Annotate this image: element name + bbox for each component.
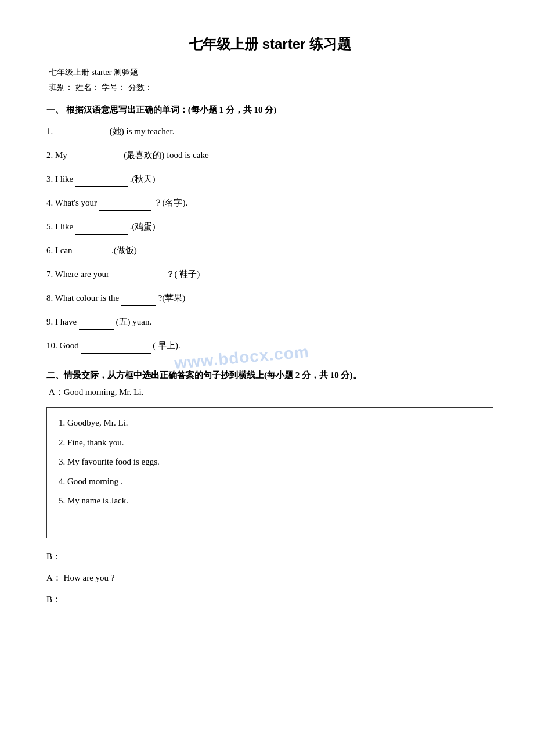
section-one-title: 一、 根据汉语意思写出正确的单词：(每小题 1 分，共 10 分) xyxy=(46,105,493,116)
dialogue-b2-blank[interactable] xyxy=(63,597,156,607)
section-one: 一、 根据汉语意思写出正确的单词：(每小题 1 分，共 10 分) 1. (她)… xyxy=(46,105,493,354)
class-info: 班别： 姓名： 学号： 分数： xyxy=(49,82,493,93)
page-title: 七年级上册 starter 练习题 xyxy=(46,35,493,53)
question-1: 1. (她) is my teacher. xyxy=(46,124,493,139)
box-item-3: 3. My favourite food is eggs. xyxy=(59,455,481,470)
dialogue-a1: A： How are you ? xyxy=(46,570,493,586)
dialogue-b2: B： xyxy=(46,592,493,607)
question-8: 8. What colour is the ?(苹果) xyxy=(46,290,493,306)
question-10: 10. Good ( 早上). xyxy=(46,338,493,354)
question-9: 9. I have (五) yuan. xyxy=(46,314,493,330)
dialogue-b1-blank[interactable] xyxy=(63,554,156,564)
q6-num: 6. I can xyxy=(46,246,74,255)
q7-blank[interactable] xyxy=(111,272,164,282)
q7-hint: ？( 鞋子) xyxy=(166,269,200,279)
answer-box: 1. Goodbye, Mr. Li. 2. Fine, thank you. … xyxy=(46,407,493,517)
section-two: 二、情景交际，从方框中选出正确答案的句子抄到横线上(每小题 2 分，共 10 分… xyxy=(46,368,493,607)
q1-num: 1. xyxy=(46,127,55,136)
dialogue-a1-speaker: A： xyxy=(46,573,62,582)
q9-blank[interactable] xyxy=(79,319,114,330)
q4-hint: ？(名字). xyxy=(154,198,188,207)
section-two-title: 二、情景交际，从方框中选出正确答案的句子抄到横线上(每小题 2 分，共 10 分… xyxy=(46,368,493,383)
q4-blank[interactable] xyxy=(99,200,151,211)
q7-num: 7. Where are your xyxy=(46,269,111,279)
q9-num: 9. I have xyxy=(46,317,79,326)
subtitle: 七年级上册 starter 测验题 xyxy=(49,67,493,78)
q4-num: 4. What's your xyxy=(46,198,99,207)
q8-hint: ?(苹果) xyxy=(158,293,186,303)
question-2: 2. My (最喜欢的) food is cake xyxy=(46,147,493,163)
q8-blank[interactable] xyxy=(121,296,156,306)
q1-hint: (她) is my teacher. xyxy=(110,127,175,136)
q10-num: 10. Good xyxy=(46,341,81,350)
q2-hint: (最喜欢的) food is cake xyxy=(124,150,208,160)
good-morning-line: A：Good morning, Mr. Li. xyxy=(49,387,493,398)
q10-hint: ( 早上). xyxy=(153,341,181,350)
empty-answer-area xyxy=(46,517,493,538)
question-3: 3. I like .(秋天) xyxy=(46,171,493,187)
q10-blank[interactable] xyxy=(81,343,151,354)
box-item-1: 1. Goodbye, Mr. Li. xyxy=(59,416,481,431)
question-5: 5. I like .(鸡蛋) xyxy=(46,219,493,235)
q3-blank[interactable] xyxy=(75,177,128,187)
q3-hint: .(秋天) xyxy=(130,174,156,183)
dialogue-b2-speaker: B： xyxy=(46,595,61,604)
dialogue-b1: B： xyxy=(46,549,493,564)
q6-hint: .(做饭) xyxy=(111,246,137,255)
q8-num: 8. What colour is the xyxy=(46,293,121,303)
box-item-4: 4. Good morning . xyxy=(59,474,481,489)
q6-blank[interactable] xyxy=(74,248,109,258)
box-item-5: 5. My name is Jack. xyxy=(59,494,481,509)
q5-hint: .(鸡蛋) xyxy=(130,222,156,231)
q9-hint: (五) yuan. xyxy=(116,317,152,326)
dialogue-a1-text: How are you ? xyxy=(64,573,115,582)
q5-num: 5. I like xyxy=(46,222,75,231)
question-7: 7. Where are your ？( 鞋子) xyxy=(46,267,493,282)
q1-blank[interactable] xyxy=(55,129,107,139)
box-item-2: 2. Fine, thank you. xyxy=(59,435,481,451)
question-6: 6. I can .(做饭) xyxy=(46,243,493,258)
q3-num: 3. I like xyxy=(46,174,75,183)
q2-blank[interactable] xyxy=(70,153,122,163)
q5-blank[interactable] xyxy=(75,224,128,235)
dialogue-b1-speaker: B： xyxy=(46,552,61,561)
q2-num: 2. My xyxy=(46,150,70,160)
question-4: 4. What's your ？(名字). xyxy=(46,195,493,211)
